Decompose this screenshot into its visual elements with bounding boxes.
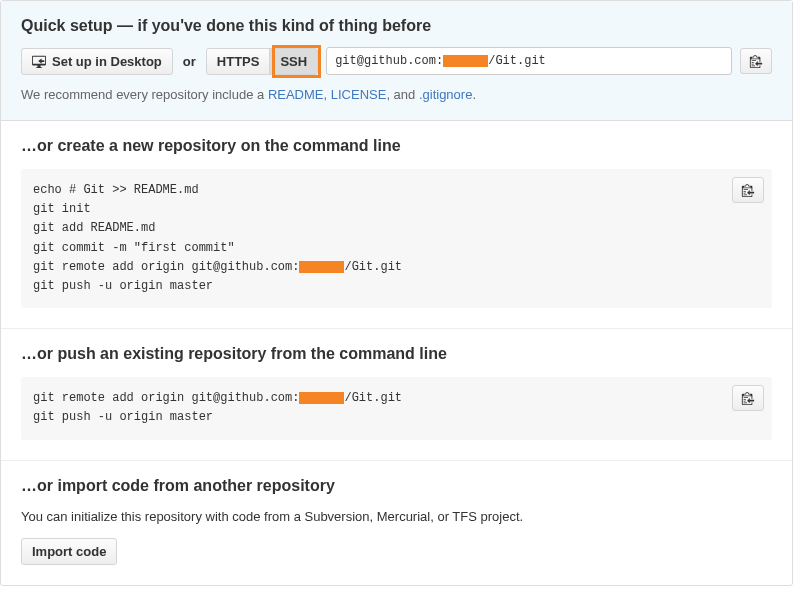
import-repo-section: …or import code from another repository … — [1, 461, 792, 585]
copy-url-button[interactable] — [740, 48, 772, 74]
or-text: or — [181, 54, 198, 69]
code-line: git add README.md — [33, 219, 760, 238]
redacted-username — [299, 261, 344, 273]
push-repo-code: git remote add origin git@github.com:/Gi… — [21, 377, 772, 439]
protocol-toggle: HTTPS SSH — [206, 48, 318, 75]
redacted-username — [299, 392, 344, 404]
setup-desktop-label: Set up in Desktop — [52, 54, 162, 69]
code-line: git commit -m "first commit" — [33, 239, 760, 258]
create-repo-code: echo # Git >> README.md git init git add… — [21, 169, 772, 308]
code-line: echo # Git >> README.md — [33, 181, 760, 200]
create-repo-section: …or create a new repository on the comma… — [1, 121, 792, 329]
copy-push-button[interactable] — [732, 385, 764, 411]
push-repo-heading: …or push an existing repository from the… — [21, 345, 772, 363]
code-line: git remote add origin git@github.com:/Gi… — [33, 389, 760, 408]
clipboard-icon — [741, 391, 755, 405]
clone-url-input[interactable]: git@github.com:/Git.git — [326, 47, 732, 75]
create-repo-heading: …or create a new repository on the comma… — [21, 137, 772, 155]
ssh-toggle[interactable]: SSH — [269, 48, 318, 75]
clipboard-icon — [741, 183, 755, 197]
import-repo-heading: …or import code from another repository — [21, 477, 772, 495]
setup-row: Set up in Desktop or HTTPS SSH git@githu… — [21, 47, 772, 75]
copy-create-button[interactable] — [732, 177, 764, 203]
import-code-button[interactable]: Import code — [21, 538, 117, 565]
gitignore-link[interactable]: .gitignore — [419, 87, 472, 102]
redacted-username — [443, 55, 488, 67]
recommend-text: We recommend every repository include a … — [21, 87, 772, 102]
push-repo-section: …or push an existing repository from the… — [1, 329, 792, 460]
quick-setup-section: Quick setup — if you've done this kind o… — [1, 1, 792, 121]
code-line: git push -u origin master — [33, 408, 760, 427]
https-toggle[interactable]: HTTPS — [206, 48, 271, 75]
clipboard-icon — [749, 54, 763, 68]
code-line: git push -u origin master — [33, 277, 760, 296]
setup-desktop-button[interactable]: Set up in Desktop — [21, 48, 173, 75]
code-line: git remote add origin git@github.com:/Gi… — [33, 258, 760, 277]
license-link[interactable]: LICENSE — [331, 87, 387, 102]
quick-setup-heading: Quick setup — if you've done this kind o… — [21, 17, 772, 35]
readme-link[interactable]: README — [268, 87, 324, 102]
desktop-icon — [32, 54, 46, 68]
import-repo-text: You can initialize this repository with … — [21, 509, 772, 524]
code-line: git init — [33, 200, 760, 219]
